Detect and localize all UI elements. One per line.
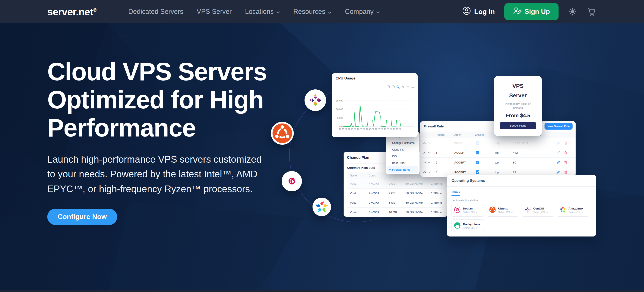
cart-icon[interactable] (586, 7, 596, 17)
cpu-usage-card: CPU Usage 0.0050.00100.00150.00 12:15:00… (332, 73, 418, 137)
move-up-icon[interactable] (423, 152, 426, 154)
current-plan-value: Vps1 (369, 166, 376, 169)
enabled-checkbox[interactable] (473, 161, 493, 164)
delete-trash-icon[interactable] (564, 141, 568, 145)
new-firewall-rule-button[interactable]: New Firewall Rule (544, 123, 572, 130)
plan-row[interactable]: Vps4 6 vCPU 10 GB 60 GB NVMe 1 TB/mo (347, 207, 444, 217)
action-cell: DROP (452, 141, 473, 145)
vps-card-title: VPS Server (505, 81, 531, 100)
position-cell: 1 (434, 151, 452, 154)
plan-bandwidth: 1 TB/mo (428, 211, 444, 214)
move-up-icon[interactable] (423, 142, 426, 144)
divider (447, 186, 596, 187)
nav-item-vps-server[interactable]: VPS Server (196, 8, 232, 16)
nav-right: Log In Sign Up (462, 3, 596, 20)
zoom-out-icon[interactable] (392, 85, 395, 89)
select-os-dropdown[interactable]: Select OS (463, 211, 478, 214)
logo[interactable]: server.net® (47, 6, 96, 18)
os-tile-rocky-linux[interactable]: Rocky Linux Select OS (452, 219, 484, 232)
centos-icon (524, 206, 531, 214)
user-circle-icon (462, 6, 471, 17)
configure-now-button[interactable]: Configure Now (47, 209, 117, 225)
sidebar-menu-item[interactable]: Change Hostname (387, 140, 418, 146)
reorder-controls (420, 162, 434, 163)
os-tile-debian[interactable]: Debian Select OS (452, 204, 484, 217)
nav-item-resources[interactable]: Resources (293, 8, 332, 16)
delete-trash-icon[interactable] (564, 161, 568, 164)
delete-trash-icon[interactable] (564, 170, 568, 174)
plan-row[interactable]: Vps2 2 vCPU 2 GB 50 GB NVMe 1 TB/mo (347, 188, 444, 198)
selection-zoom-icon[interactable] (396, 85, 400, 89)
see-all-plans-button[interactable]: See All Plans (500, 122, 536, 129)
pan-icon[interactable] (402, 85, 405, 89)
nav-item-locations[interactable]: Locations (245, 8, 280, 16)
chevron-down-icon (328, 8, 332, 16)
select-os-dropdown[interactable]: Select OS (533, 211, 548, 214)
bottom-strip (0, 290, 644, 292)
login-button[interactable]: Log In (462, 6, 495, 17)
enabled-checkbox[interactable] (473, 141, 493, 145)
move-up-icon[interactable] (423, 171, 426, 173)
os-name: AlmaLinux (568, 206, 583, 211)
edit-pencil-icon[interactable] (556, 141, 560, 145)
hero-description: Launch high-performance VPS servers cust… (47, 152, 263, 196)
plan-bandwidth: 1 TB/mo (428, 192, 444, 195)
plan-disk: 50 GB NVMe (403, 201, 428, 204)
sidebar-menu-item[interactable]: ISO (387, 153, 418, 160)
plan-disk: 60 GB NVMe (403, 211, 428, 214)
firewall-rule-row: 0 DROP udp 17,19,53,69... (420, 138, 576, 148)
almalinux-icon (560, 206, 566, 214)
os-name: Rocky Linux (463, 222, 480, 226)
delete-trash-icon[interactable] (564, 151, 568, 155)
protocol-cell: tcp (493, 151, 511, 154)
move-down-icon[interactable] (428, 171, 430, 173)
reorder-controls (420, 152, 434, 154)
plan-name: Vps1 (347, 182, 366, 185)
plan-row[interactable]: Vps1 4 vCPU 8 GB 50 GB NVMe 1 TB/mo (347, 179, 444, 188)
move-down-icon[interactable] (428, 162, 430, 163)
enabled-checkbox[interactable] (473, 170, 493, 174)
os-name: Debian (463, 206, 478, 211)
theme-toggle-sun-icon[interactable] (568, 7, 577, 16)
sidebar-menu-item[interactable]: Firewall Rules (387, 166, 418, 173)
os-tile-ubuntu[interactable]: Ubuntu Select OS (487, 204, 519, 217)
nav-item-dedicated-servers[interactable]: Dedicated Servers (128, 8, 183, 16)
row-actions (548, 161, 576, 164)
home-icon[interactable] (406, 85, 410, 89)
zoom-in-icon[interactable] (386, 85, 390, 89)
select-os-dropdown[interactable]: Select OS (463, 226, 480, 230)
enabled-checkbox[interactable] (473, 151, 493, 154)
plan-bandwidth: 1 TB/mo (428, 182, 444, 185)
sidebar-menu-item[interactable]: Cloud Init (387, 146, 418, 153)
os-tile-almalinux[interactable]: AlmaLinux Select OS (557, 204, 590, 217)
active-dot (389, 169, 391, 170)
plan-row[interactable]: Vps3 3 vCPU 6 GB 50 GB NVMe 1 TB/mo (347, 198, 444, 207)
action-cell: ACCEPT (452, 161, 473, 164)
select-os-dropdown[interactable]: Select OS (498, 211, 513, 214)
signup-button[interactable]: Sign Up (504, 3, 558, 20)
protocol-cell: udp (493, 141, 511, 145)
tab-image[interactable]: Image (452, 190, 460, 196)
plan-bandwidth: 1 TB/mo (428, 201, 444, 204)
plan-cores: 3 vCPU (366, 201, 386, 204)
server-menu-card: Change Plan Change Hostname Cloud Init I… (386, 132, 420, 174)
os-name: CentOS (533, 206, 548, 211)
automatic-installation-note: * Automatic Installation (452, 199, 478, 202)
firewall-rule-row: 1 ACCEPT tcp 443 (420, 148, 576, 157)
edit-pencil-icon[interactable] (556, 161, 560, 164)
select-os-dropdown[interactable]: Select OS (568, 211, 583, 214)
move-down-icon[interactable] (428, 142, 430, 144)
edit-pencil-icon[interactable] (556, 151, 560, 155)
page-subtitle: Optimized for High Performance (47, 86, 296, 142)
os-name: Ubuntu (498, 206, 513, 211)
sidebar-menu-item[interactable]: Boot Order (387, 160, 418, 166)
move-up-icon[interactable] (423, 162, 426, 163)
move-down-icon[interactable] (428, 152, 430, 154)
nav-links: Dedicated Servers VPS Server Locations R… (128, 8, 380, 16)
debian-icon (454, 206, 460, 214)
os-tile-centos[interactable]: CentOS Select OS (522, 204, 554, 217)
nav-item-company[interactable]: Company (345, 8, 380, 16)
edit-pencil-icon[interactable] (556, 170, 560, 174)
menu-icon[interactable] (411, 85, 414, 89)
vps-price-card: VPS Server Pay monthly, scale on demand … (494, 76, 542, 136)
